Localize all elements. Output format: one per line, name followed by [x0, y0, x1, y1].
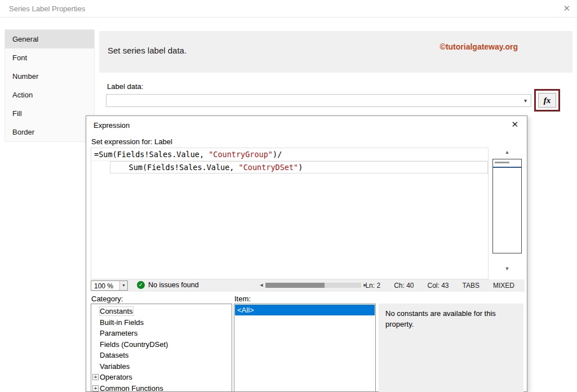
window-close-icon[interactable]: ✕ — [563, 3, 570, 14]
category-item-label: Fields (CountryDSet) — [100, 340, 168, 349]
code-text: Sum(Fields!Sales.Value, — [110, 163, 239, 172]
zoom-value: 100 % — [94, 282, 113, 290]
sidebar-item-font[interactable]: Font — [5, 48, 94, 67]
caret-position-status: Ln: 2 Ch: 40 Col: 43 TABS MIXED — [365, 282, 514, 289]
category-item-datasets[interactable]: Datasets — [91, 350, 232, 361]
window-titlebar: Series Label Properties ✕ — [0, 0, 577, 17]
description-text: No constants are available for this prop… — [385, 309, 496, 328]
status-ch: Ch: 40 — [394, 282, 414, 289]
editor-vertical-scrollbar[interactable]: ▲ ▼ — [490, 149, 525, 279]
category-item-label: Operators — [100, 373, 132, 381]
window-title: Series Label Properties — [9, 5, 85, 13]
scrollbar-thumb[interactable] — [265, 283, 325, 288]
category-item-label: Built-in Fields — [100, 318, 144, 327]
label-data-combobox[interactable]: ▾ — [106, 94, 531, 107]
sidebar-item-general[interactable]: General — [5, 30, 94, 48]
properties-sidebar: General Font Number Action Fill Border — [5, 29, 95, 142]
status-tabs: TABS — [463, 282, 480, 289]
issues-text: No issues found — [148, 281, 199, 289]
category-item-label: Variables — [100, 362, 130, 371]
page-heading: Set series label data. — [108, 46, 187, 55]
sidebar-item-fill[interactable]: Fill — [5, 104, 94, 123]
expression-subtitle: Set expression for: Label — [91, 137, 172, 146]
page-header: Set series label data. ©tutorialgateway.… — [99, 31, 572, 73]
chevron-down-icon[interactable]: ▾ — [119, 281, 127, 290]
editor-statusbar: 100 % ▾ ✓ No issues found ◄ ► Ln: 2 Ch: … — [91, 279, 525, 292]
horizontal-scrollbar[interactable]: ◄ ► — [258, 281, 369, 289]
minimap-selection-line — [493, 167, 521, 168]
code-text: ) — [298, 163, 303, 172]
item-label: Item: — [234, 295, 251, 303]
fx-button-highlight: fx — [534, 89, 560, 112]
expression-dialog-title: Expression — [94, 121, 130, 130]
category-item-constants[interactable]: Constants — [91, 306, 232, 317]
expand-plus-icon[interactable]: + — [92, 385, 99, 391]
category-item-operators[interactable]: +Operators — [91, 372, 232, 383]
code-line-1[interactable]: =Sum(Fields!Sales.Value, "CountryGroup")… — [91, 148, 488, 161]
category-item-variables[interactable]: Variables — [91, 361, 232, 372]
category-label: Category: — [91, 295, 123, 303]
expression-dialog: Expression ✕ Set expression for: Label =… — [86, 115, 527, 392]
status-ln: Ln: 2 — [365, 282, 380, 289]
issues-status: ✓ No issues found — [137, 281, 199, 289]
minimap-text-stub — [495, 162, 509, 163]
category-item-label: Parameters — [100, 329, 137, 337]
sidebar-item-action[interactable]: Action — [5, 86, 94, 104]
expression-editor[interactable]: =Sum(Fields!Sales.Value, "CountryGroup")… — [91, 148, 489, 279]
watermark-text: ©tutorialgateway.org — [440, 42, 518, 51]
sidebar-item-border[interactable]: Border — [5, 123, 94, 141]
expression-close-icon[interactable]: ✕ — [511, 119, 518, 130]
plus-glyph: + — [94, 373, 97, 380]
status-col: Col: 43 — [428, 282, 449, 289]
check-glyph: ✓ — [139, 282, 143, 288]
item-list[interactable]: <All> — [234, 304, 376, 392]
description-panel: No constants are available for this prop… — [379, 304, 523, 392]
check-circle-icon: ✓ — [137, 281, 145, 289]
item-all[interactable]: <All> — [235, 305, 375, 315]
scroll-left-icon[interactable]: ◄ — [258, 281, 265, 289]
scroll-up-icon[interactable]: ▲ — [490, 149, 525, 155]
code-text: )/ — [273, 150, 282, 159]
zoom-select[interactable]: 100 % ▾ — [91, 280, 128, 291]
code-line-2[interactable]: Sum(Fields!Sales.Value, "CountryDSet") — [110, 161, 488, 173]
category-item-parameters[interactable]: Parameters — [91, 328, 232, 339]
scroll-down-icon[interactable]: ▼ — [490, 266, 525, 271]
category-item-common-functions[interactable]: +Common Functions — [91, 383, 232, 392]
category-item-label: Constants — [100, 307, 133, 315]
code-text: =Sum(Fields!Sales.Value, — [94, 150, 208, 159]
scrollbar-track[interactable] — [265, 283, 361, 288]
category-list[interactable]: Constants Built-in Fields Parameters Fie… — [91, 304, 232, 392]
chevron-down-icon[interactable]: ▾ — [521, 95, 530, 106]
sidebar-item-number[interactable]: Number — [5, 67, 94, 86]
code-string: "CountryDSet" — [239, 163, 299, 172]
fx-expression-button[interactable]: fx — [538, 93, 556, 108]
category-item-label: Common Functions — [100, 384, 163, 392]
category-item-built-in-fields[interactable]: Built-in Fields — [91, 317, 232, 328]
label-data-label: Label data: — [107, 82, 143, 91]
document-minimap[interactable] — [492, 159, 522, 253]
status-mode: MIXED — [493, 282, 514, 289]
category-item-fields-countrydset[interactable]: Fields (CountryDSet) — [91, 339, 232, 350]
code-string: "CountryGroup" — [208, 150, 273, 159]
expand-plus-icon[interactable]: + — [92, 374, 99, 380]
category-item-label: Datasets — [100, 351, 128, 359]
plus-glyph: + — [94, 385, 97, 391]
